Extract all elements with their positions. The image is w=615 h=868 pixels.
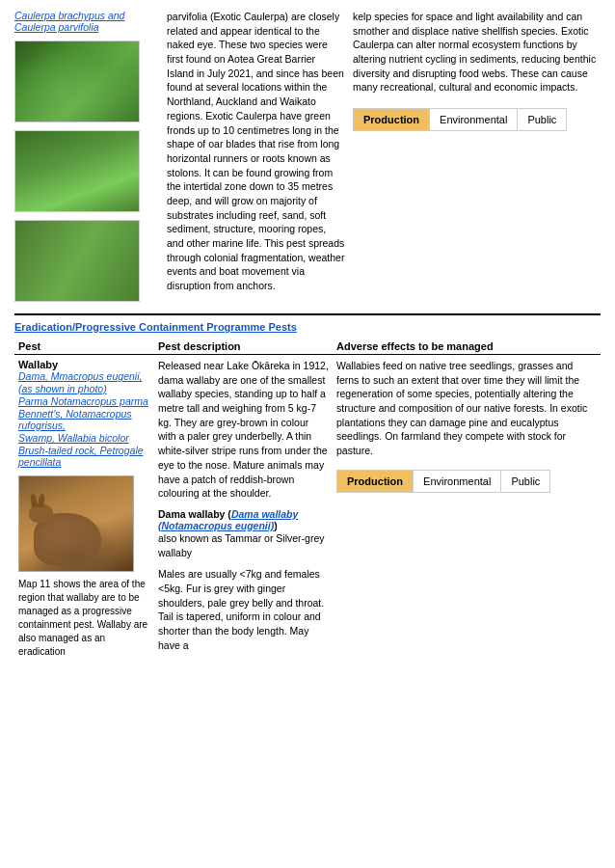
wallaby-link-4[interactable]: Bennett's, Notamacropus rufogrisus, [18, 408, 150, 431]
wallaby-image [18, 475, 134, 572]
adverse-col: Wallabies feed on native tree seedlings,… [333, 355, 601, 664]
wallaby-desc-part3: Males are usually <7kg and females <5kg.… [158, 567, 329, 652]
caulerpa-mid-col: parvifolia (Exotic Caulerpa) are closely… [167, 10, 345, 302]
wallaby-name: Wallaby [18, 359, 150, 370]
wallaby-production-button[interactable]: Production [337, 471, 414, 492]
pest-col: Wallaby Dama, Mmacropus eugenii, (as sho… [14, 355, 154, 664]
wallaby-scientific-link[interactable]: Dama wallaby (Notamacropus eugenii) [158, 508, 298, 531]
caulerpa-left-col: Caulerpa brachypus and Caulerpa parvifol… [14, 10, 159, 302]
eradication-title: Eradication/Progressive Containment Prog… [14, 321, 601, 333]
wallaby-also-known: also known as Tammar or Silver-grey wall… [158, 532, 325, 558]
caulerpa-image-2 [14, 130, 140, 212]
pest-table: Pest Pest description Adverse effects to… [14, 339, 601, 663]
wallaby-public-button[interactable]: Public [501, 471, 549, 492]
caulerpa-section: Caulerpa brachypus and Caulerpa parvifol… [14, 10, 601, 302]
col-header-pest: Pest [14, 339, 154, 355]
wallaby-dama-title: Dama wallaby (Dama wallaby (Notamacropus… [158, 508, 298, 531]
col-header-adverse: Adverse effects to be managed [333, 339, 601, 355]
page-container: Caulerpa brachypus and Caulerpa parvifol… [0, 0, 615, 672]
wallaby-link-1[interactable]: Dama, Mmacropus eugenii, [18, 370, 150, 382]
caulerpa-production-button[interactable]: Production [354, 109, 430, 130]
wallaby-environmental-button[interactable]: Environmental [414, 471, 501, 492]
description-col: Released near Lake Ōkāreka in 1912, dama… [154, 355, 333, 664]
caulerpa-title-link[interactable]: Caulerpa brachypus and Caulerpa parvifol… [14, 10, 124, 33]
caulerpa-mid-text: parvifolia (Exotic Caulerpa) are closely… [167, 11, 344, 291]
wallaby-link-2[interactable]: (as shown in photo) [18, 383, 150, 394]
wallaby-links: Dama, Mmacropus eugenii, (as shown in ph… [18, 370, 150, 468]
caulerpa-right-text: kelp species for space and light availab… [353, 11, 596, 93]
caulerpa-environmental-button[interactable]: Environmental [430, 109, 518, 130]
caulerpa-right-col: kelp species for space and light availab… [353, 10, 601, 302]
caulerpa-image-1 [14, 41, 140, 122]
wallaby-adverse-text: Wallabies feed on native tree seedlings,… [336, 360, 587, 456]
wallaby-link-5[interactable]: Swamp, Wallabia bicolor [18, 432, 150, 444]
caulerpa-public-button[interactable]: Public [518, 109, 566, 130]
table-row: Wallaby Dama, Mmacropus eugenii, (as sho… [14, 355, 601, 664]
wallaby-desc-part1: Released near Lake Ōkāreka in 1912, dama… [158, 360, 329, 499]
wallaby-desc-part2: Dama wallaby (Dama wallaby (Notamacropus… [158, 508, 329, 559]
wallaby-button-group: Production Environmental Public [336, 470, 550, 493]
caulerpa-button-group: Production Environmental Public [353, 108, 567, 131]
caulerpa-image-3 [14, 220, 140, 302]
wallaby-map-text: Map 11 shows the area of the region that… [18, 578, 150, 659]
section-divider [14, 313, 601, 315]
col-header-description: Pest description [154, 339, 333, 355]
wallaby-males-text: Males are usually <7kg and females <5kg.… [158, 568, 324, 650]
wallaby-link-6[interactable]: Brush-tailed rock, Petrogale pencillata [18, 445, 150, 468]
wallaby-link-3[interactable]: Parma Notamacropus parma [18, 395, 150, 407]
